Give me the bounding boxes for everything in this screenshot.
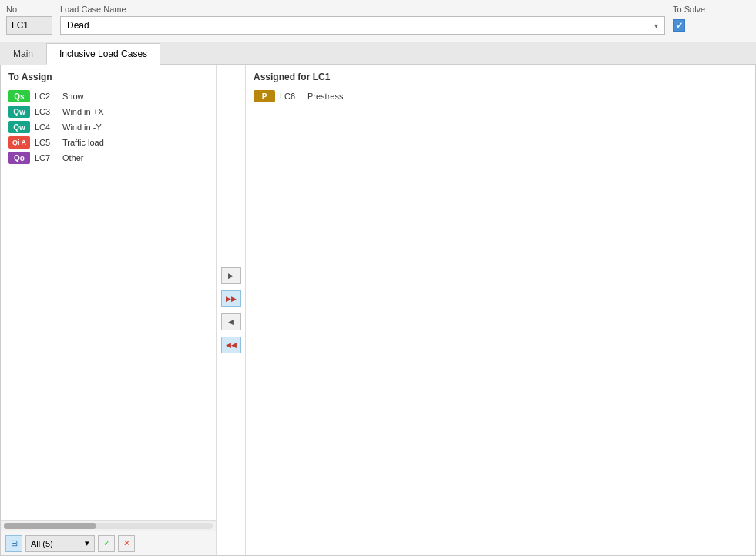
header-to-solve-section: To Solve: [673, 5, 750, 37]
panels-row: To Assign Qs LC2 Snow Qw LC3 Wind in +X …: [1, 65, 755, 555]
no-label: No.: [6, 5, 52, 14]
scrollbar-track: [4, 523, 213, 529]
to-solve-label: To Solve: [673, 5, 750, 14]
lc-desc: Snow: [62, 92, 84, 101]
no-value: LC1: [6, 16, 52, 35]
tabs-bar: Main Inclusive Load Cases: [0, 42, 756, 65]
left-arrow-icon: ◀: [228, 318, 234, 326]
bottom-toolbar: ⊟ All (5) ▾ ✓ ✕: [1, 531, 216, 555]
to-assign-list: Qs LC2 Snow Qw LC3 Wind in +X Qw LC4 Win…: [1, 85, 216, 520]
to-assign-header: To Assign: [1, 65, 216, 85]
lc-desc: Traffic load: [62, 138, 104, 147]
dropdown-chevron-icon: ▾: [85, 538, 89, 548]
unassign-all-button[interactable]: ◀◀: [221, 337, 241, 353]
uncheck-all-icon: ✕: [123, 538, 130, 548]
lc-name: LC5: [35, 138, 58, 147]
scrollbar-thumb[interactable]: [4, 523, 96, 529]
lc-name: LC6: [280, 92, 303, 101]
scrollbar-area: [1, 520, 216, 531]
main-container: No. LC1 Load Case Name Dead ▾ To Solve M…: [0, 0, 756, 556]
filter-button[interactable]: ⊟: [5, 535, 22, 552]
check-all-button[interactable]: ✓: [98, 535, 115, 552]
lc-desc: Other: [62, 153, 84, 162]
badge-qw2: Qw: [8, 121, 30, 133]
list-item[interactable]: Qs LC2 Snow: [5, 89, 211, 104]
badge-qia: Qi A: [8, 136, 30, 149]
assign-all-button[interactable]: ▶▶: [221, 290, 241, 307]
header-no-section: No. LC1: [6, 5, 52, 37]
assign-single-button[interactable]: ▶: [221, 267, 241, 284]
lc-name: LC4: [35, 122, 58, 132]
list-item[interactable]: Qi A LC5 Traffic load: [5, 135, 211, 150]
content-area: To Assign Qs LC2 Snow Qw LC3 Wind in +X …: [0, 65, 756, 556]
list-item[interactable]: Qo LC7 Other: [5, 150, 211, 166]
filter-icon: ⊟: [11, 538, 18, 548]
badge-qs: Qs: [8, 90, 30, 102]
lc-desc: Wind in +X: [62, 107, 104, 116]
list-item[interactable]: Qw LC4 Wind in -Y: [5, 119, 211, 135]
lc-name: LC2: [35, 92, 58, 101]
lc-desc: Wind in -Y: [62, 122, 102, 132]
chevron-down-icon: ▾: [654, 22, 658, 30]
header-load-case-section: Load Case Name Dead ▾: [60, 5, 665, 37]
header-bar: No. LC1 Load Case Name Dead ▾ To Solve: [0, 0, 756, 42]
panel-to-assign: To Assign Qs LC2 Snow Qw LC3 Wind in +X …: [1, 65, 217, 555]
left-double-arrow-icon: ◀◀: [226, 341, 237, 349]
badge-p: P: [254, 90, 275, 102]
load-case-dropdown[interactable]: Dead ▾: [60, 16, 665, 35]
right-double-arrow-icon: ▶▶: [226, 295, 237, 303]
to-solve-checkbox-container: [673, 16, 750, 35]
all-dropdown-label: All (5): [31, 539, 53, 548]
lc-name: LC7: [35, 153, 58, 162]
right-arrow-icon: ▶: [228, 272, 234, 280]
uncheck-all-button[interactable]: ✕: [118, 535, 135, 552]
panel-arrows: ▶ ▶▶ ◀ ◀◀: [217, 65, 246, 555]
load-case-label: Load Case Name: [60, 5, 665, 14]
list-item[interactable]: Qw LC3 Wind in +X: [5, 104, 211, 119]
to-solve-checkbox[interactable]: [673, 19, 685, 32]
badge-qo: Qo: [8, 152, 30, 164]
lc-name: LC3: [35, 107, 58, 116]
assigned-header: Assigned for LC1: [246, 65, 755, 85]
panel-assigned: Assigned for LC1 P LC6 Prestress: [246, 65, 755, 555]
tab-main[interactable]: Main: [0, 43, 46, 65]
lc-desc: Prestress: [307, 92, 343, 101]
tab-inclusive-load-cases[interactable]: Inclusive Load Cases: [46, 43, 160, 65]
assigned-list: P LC6 Prestress: [246, 85, 755, 555]
unassign-single-button[interactable]: ◀: [221, 313, 241, 330]
load-case-value: Dead: [67, 20, 89, 31]
badge-qw: Qw: [8, 106, 30, 118]
assigned-item[interactable]: P LC6 Prestress: [250, 89, 751, 104]
check-all-icon: ✓: [103, 538, 110, 548]
all-dropdown[interactable]: All (5) ▾: [25, 535, 95, 552]
